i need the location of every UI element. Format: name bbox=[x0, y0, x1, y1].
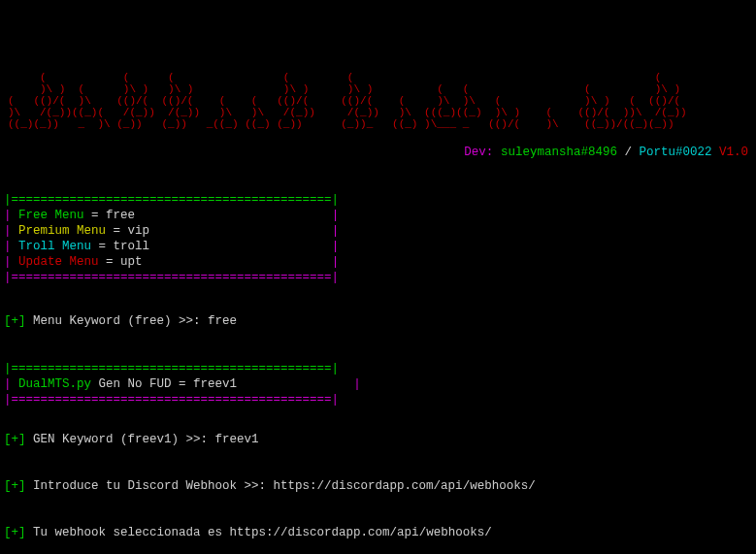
gen-divider-top: |=======================================… bbox=[4, 362, 339, 375]
prompt-marker: [+] bbox=[4, 314, 26, 328]
gen-menu-value: freev1 bbox=[193, 377, 237, 391]
ascii-banner: ( ( ( ( ( ( )\ ) ( )\ ) )\ ) )\ ) )\ ) (… bbox=[0, 68, 756, 130]
menu-item-troll-label: Troll Menu bbox=[18, 240, 91, 253]
dev-sep: / bbox=[624, 146, 632, 159]
webhook-prompt-value[interactable]: https://discordapp.com/api/webhooks/ bbox=[274, 479, 536, 493]
prompt-marker: [+] bbox=[4, 526, 26, 539]
dev-credits: Dev: suleymansha#8496 / Portu#0022 V1.0 bbox=[0, 144, 756, 159]
gen-menu-text: Gen No FUD = bbox=[99, 377, 186, 391]
webhook-prompt-line[interactable]: [+] Introduce tu Discord Webhook >>: htt… bbox=[0, 479, 756, 493]
dev-user1: suleymansha#8496 bbox=[501, 146, 617, 159]
gen-divider-bottom: |=======================================… bbox=[4, 393, 339, 407]
gen-menu-block: |=======================================… bbox=[0, 361, 756, 407]
menu-item-premium-label: Premium Menu bbox=[18, 224, 106, 238]
menu-divider-bottom: |=======================================… bbox=[4, 271, 339, 284]
menu-divider-top: |=======================================… bbox=[4, 193, 339, 207]
prompt-text: Menu Keyword (free) >>: bbox=[33, 314, 201, 328]
dev-user2: Portu#0022 bbox=[639, 146, 711, 159]
terminal-output[interactable]: ( ( ( ( ( ( )\ ) ( )\ ) )\ ) )\ ) )\ ) (… bbox=[0, 54, 756, 554]
prompt-input-freev1[interactable]: freev1 bbox=[215, 433, 259, 446]
menu-item-update-value: upt bbox=[120, 255, 143, 269]
prompt-input-free[interactable]: free bbox=[208, 314, 237, 328]
webhook-confirm-line: [+] Tu webhook seleccionada es https://d… bbox=[0, 526, 756, 539]
gen-menu-label: DualMTS.py bbox=[18, 377, 91, 391]
dev-label: Dev: bbox=[464, 146, 493, 159]
menu-item-premium-value: vip bbox=[128, 224, 150, 238]
dev-version: V1.0 bbox=[719, 146, 748, 159]
menu-item-troll-value: troll bbox=[114, 240, 150, 253]
prompt-marker: [+] bbox=[4, 433, 26, 446]
prompt-gen-keyword[interactable]: [+] GEN Keyword (freev1) >>: freev1 bbox=[0, 433, 756, 446]
menu-item-free-label: Free Menu bbox=[18, 209, 84, 222]
prompt-menu-keyword[interactable]: [+] Menu Keyword (free) >>: free bbox=[0, 314, 756, 328]
webhook-confirm-text: Tu webhook seleccionada es bbox=[33, 526, 222, 539]
webhook-prompt-text: Introduce tu Discord Webhook >>: bbox=[33, 479, 266, 493]
prompt-text: GEN Keyword (freev1) >>: bbox=[33, 433, 208, 446]
menu-block: |=======================================… bbox=[0, 192, 756, 285]
prompt-marker: [+] bbox=[4, 479, 26, 493]
webhook-confirm-value: https://discordapp.com/api/webhooks/ bbox=[230, 526, 492, 539]
menu-item-free-value: free bbox=[106, 209, 135, 222]
menu-item-update-label: Update Menu bbox=[18, 255, 99, 269]
